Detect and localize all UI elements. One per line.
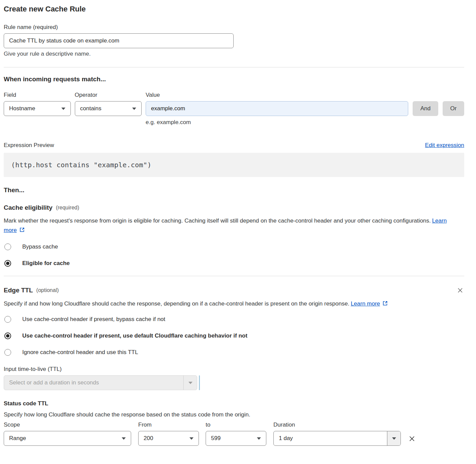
scope-select[interactable]: Range [4,431,131,446]
radio-icon [4,349,11,356]
radio-ignore-header-use-ttl[interactable]: Ignore cache-control header and use this… [4,349,464,356]
duration-select-arrow-button[interactable] [387,431,400,445]
radio-icon [4,243,11,250]
chevron-down-icon [61,108,65,110]
duration-select[interactable]: 1 day [273,431,401,446]
create-cache-rule-form: Create new Cache Rule Rule name (require… [0,0,476,446]
expression-code: (http.host contains "example.com") [4,153,464,177]
from-select[interactable]: 200 [138,431,199,446]
to-select-value: 599 [211,435,220,442]
chevron-down-icon [132,108,136,110]
divider [4,67,464,67]
chevron-down-icon [188,382,192,384]
rule-name-input[interactable] [4,33,234,48]
then-heading: Then... [4,186,464,194]
operator-label: Operator [75,92,142,98]
learn-more-link[interactable]: Learn more [351,300,380,307]
cache-eligibility-heading: Cache eligibility [4,204,53,211]
close-icon [457,287,464,294]
external-link-icon [382,300,388,306]
close-icon [408,435,416,442]
duration-select-value: 1 day [274,431,387,445]
optional-badge: (optional) [36,287,59,293]
ttl-duration-input[interactable] [4,376,183,390]
radio-eligible-for-cache[interactable]: Eligible for cache [4,260,464,267]
ttl-select-arrow-button[interactable] [183,376,197,390]
scope-select-value: Range [9,435,26,442]
or-button[interactable]: Or [443,101,464,116]
value-label: Value [146,92,408,98]
match-heading: When incoming requests match... [4,76,464,83]
text-cursor [199,375,200,390]
expression-preview-label: Expression Preview [4,142,54,149]
from-select-value: 200 [144,435,153,442]
field-select-value: Hostname [9,105,35,112]
scope-label: Scope [4,422,131,428]
radio-selected-icon [4,332,11,339]
chevron-down-icon [257,437,261,440]
to-select[interactable]: 599 [206,431,266,446]
close-edge-ttl-button[interactable] [456,286,464,294]
status-code-ttl-row: Scope Range From 200 to 599 Duration 1 d… [4,422,464,446]
operator-select-value: contains [80,105,101,112]
remove-status-row-button[interactable] [408,434,416,443]
chevron-down-icon [392,437,396,440]
edge-ttl-heading: Edge TTL [4,287,33,294]
to-label: to [206,422,266,428]
edge-ttl-description: Specify if and how long Cloudflare shoul… [4,299,457,309]
external-link-icon [19,227,25,233]
chevron-down-icon [189,437,194,440]
radio-use-header-default[interactable]: Use cache-control header if present, use… [4,332,464,339]
from-label: From [138,422,199,428]
required-badge: (required) [56,205,79,211]
value-hint: e.g. example.com [146,119,408,126]
page-title: Create new Cache Rule [4,5,464,13]
ttl-duration-select[interactable] [4,375,197,390]
operator-select[interactable]: contains [75,101,142,116]
and-button[interactable]: And [413,101,438,116]
radio-selected-icon [4,260,11,267]
match-condition-row: Field Hostname Operator contains Value e… [4,92,464,126]
field-label: Field [4,92,71,98]
radio-use-header-bypass[interactable]: Use cache-control header if present, byp… [4,316,464,323]
rule-name-label: Rule name (required) [4,24,464,31]
radio-bypass-cache[interactable]: Bypass cache [4,243,464,250]
edit-expression-link[interactable]: Edit expression [425,142,464,149]
status-code-ttl-heading: Status code TTL [4,400,464,407]
ttl-input-label: Input time-to-live (TTL) [4,366,464,373]
field-select[interactable]: Hostname [4,101,71,116]
value-input[interactable] [146,101,408,116]
cache-eligibility-description: Mark whether the request's response from… [4,216,457,235]
rule-name-help: Give your rule a descriptive name. [4,51,464,57]
divider [4,276,464,276]
chevron-down-icon [122,437,126,440]
status-code-ttl-description: Specify how long Cloudflare should cache… [4,411,464,418]
duration-label: Duration [273,422,401,428]
radio-icon [4,316,11,323]
